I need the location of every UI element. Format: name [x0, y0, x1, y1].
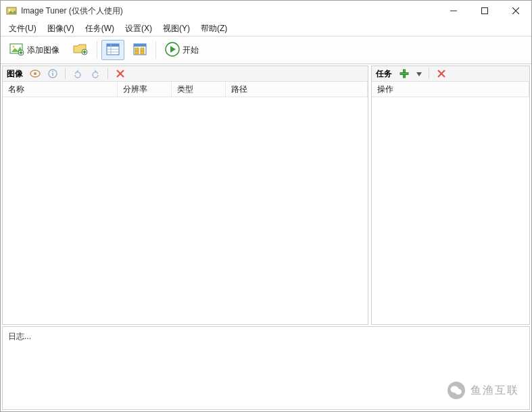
start-button[interactable]: 开始 [160, 40, 203, 60]
preview-icon[interactable] [30, 68, 41, 79]
svg-point-27 [34, 72, 37, 75]
header-separator [65, 68, 66, 79]
column-type[interactable]: 类型 [172, 82, 226, 97]
app-icon [6, 5, 17, 16]
svg-rect-30 [52, 71, 53, 72]
menubar: 文件(U) 图像(V) 任务(W) 设置(X) 视图(Y) 帮助(Z) [1, 21, 531, 36]
play-icon [165, 42, 180, 59]
info-icon[interactable] [47, 68, 58, 79]
column-name[interactable]: 名称 [3, 82, 118, 97]
svg-point-7 [13, 45, 15, 47]
header-separator [107, 68, 108, 79]
log-panel: 日志... [2, 326, 530, 410]
tasks-panel-header: 任务 [372, 66, 529, 82]
column-operation[interactable]: 操作 [372, 82, 529, 97]
details-view-button[interactable] [101, 40, 124, 60]
svg-rect-24 [141, 51, 144, 54]
toolbar-separator [155, 41, 156, 59]
delete-task-icon[interactable] [436, 68, 447, 79]
window-title: Image Tuner (仅供个人使用) [21, 5, 123, 17]
svg-rect-29 [52, 73, 53, 76]
svg-rect-23 [135, 51, 139, 54]
log-title: 日志... [8, 332, 31, 341]
images-panel-title: 图像 [7, 68, 23, 80]
column-resolution[interactable]: 分辨率 [118, 82, 172, 97]
rotate-right-icon[interactable] [90, 68, 101, 79]
svg-rect-20 [134, 44, 146, 47]
svg-point-1 [9, 9, 11, 11]
delete-icon[interactable] [115, 68, 126, 79]
details-view-icon [106, 43, 120, 57]
add-image-button[interactable]: 添加图像 [5, 40, 64, 60]
svg-rect-34 [400, 73, 408, 75]
svg-rect-15 [107, 44, 119, 47]
close-button[interactable] [500, 1, 531, 21]
svg-rect-22 [141, 48, 144, 51]
image-add-icon [9, 43, 24, 58]
menu-view[interactable]: 视图(Y) [158, 22, 195, 36]
add-task-icon[interactable] [399, 68, 410, 79]
images-panel: 图像 名称 分 [2, 66, 368, 325]
rotate-left-icon[interactable] [72, 68, 83, 79]
svg-rect-3 [482, 8, 488, 14]
minimize-button[interactable] [438, 1, 469, 21]
menu-help[interactable]: 帮助(Z) [195, 22, 233, 36]
menu-task[interactable]: 任务(W) [80, 22, 120, 36]
thumbnails-view-icon [133, 43, 147, 57]
menu-image[interactable]: 图像(V) [42, 22, 80, 36]
images-list[interactable] [3, 97, 368, 324]
tasks-list[interactable] [372, 97, 529, 324]
add-folder-button[interactable] [68, 40, 93, 60]
main-area: 图像 名称 分 [1, 64, 531, 326]
dropdown-icon[interactable] [416, 69, 422, 78]
menu-file[interactable]: 文件(U) [3, 22, 42, 36]
toolbar: 添加图像 [1, 36, 531, 64]
tasks-panel: 任务 操作 [371, 66, 530, 325]
svg-rect-21 [135, 48, 139, 51]
tasks-column-headers: 操作 [372, 82, 529, 97]
column-path[interactable]: 路径 [226, 82, 368, 97]
folder-add-icon [73, 43, 88, 58]
images-column-headers: 名称 分辨率 类型 路径 [3, 82, 368, 97]
start-label: 开始 [183, 45, 199, 56]
header-separator [429, 68, 429, 79]
maximize-button[interactable] [469, 1, 500, 21]
titlebar: Image Tuner (仅供个人使用) [1, 1, 531, 21]
toolbar-separator [97, 41, 97, 59]
images-panel-header: 图像 [3, 66, 368, 82]
tasks-panel-title: 任务 [376, 68, 392, 80]
add-image-label: 添加图像 [27, 45, 59, 56]
menu-settings[interactable]: 设置(X) [120, 22, 158, 36]
thumbnails-view-button[interactable] [128, 40, 151, 60]
